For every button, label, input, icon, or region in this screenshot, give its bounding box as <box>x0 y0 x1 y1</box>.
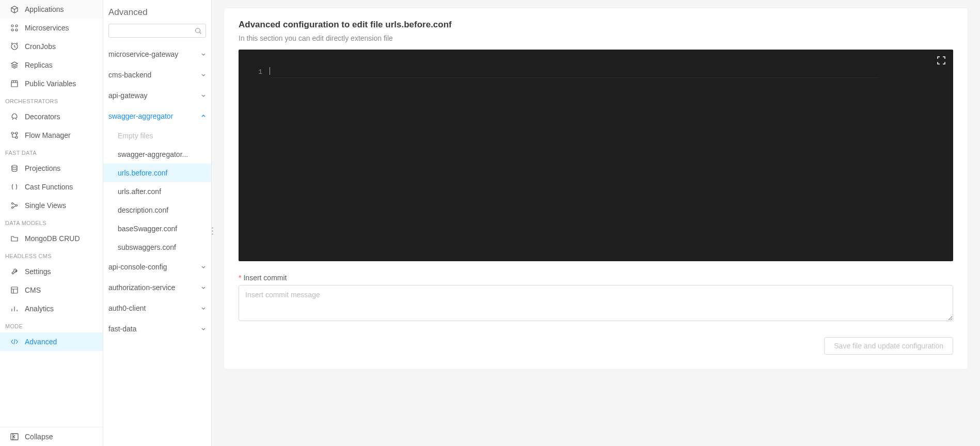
tree-item-label: swagger-aggregator <box>108 112 173 120</box>
collapse-button[interactable]: Collapse <box>0 427 103 446</box>
chevron-down-icon <box>201 264 206 269</box>
svg-point-9 <box>12 203 13 204</box>
svg-point-2 <box>11 29 13 31</box>
box-icon <box>10 5 19 13</box>
svg-point-0 <box>11 25 13 27</box>
chevron-up-icon <box>201 114 206 119</box>
tree-item-microservice-gateway[interactable]: microservice-gateway <box>108 44 206 65</box>
section-header: HEADLESS CMS <box>0 248 103 262</box>
tree-item-api-gateway[interactable]: api-gateway <box>108 85 206 106</box>
tree-file-subswaggers[interactable]: subswaggers.conf <box>108 238 206 257</box>
tree-file-empty-files: Empty files <box>108 126 206 145</box>
chevron-down-icon <box>201 93 206 98</box>
code-editor[interactable]: 1 <box>239 50 953 261</box>
svg-point-10 <box>12 207 13 209</box>
nav-item-applications[interactable]: Applications <box>0 0 103 19</box>
nav-item-replicas[interactable]: Replicas <box>0 56 103 74</box>
editor-cursor <box>270 67 270 75</box>
save-button[interactable]: Save file and update configuration <box>824 337 953 355</box>
nav-item-label: Applications <box>25 5 64 13</box>
nav-item-label: Decorators <box>25 113 60 121</box>
nav-item-label: Advanced <box>25 338 57 346</box>
svg-point-6 <box>15 136 18 138</box>
chevron-down-icon <box>201 52 206 57</box>
chevron-down-icon <box>201 72 206 77</box>
svg-point-1 <box>15 25 18 27</box>
nav-item-microservices[interactable]: Microservices <box>0 19 103 37</box>
tree-item-authorization-service[interactable]: authorization-service <box>108 277 206 298</box>
bars-icon <box>10 305 19 313</box>
wrench-icon <box>10 267 19 276</box>
main-content: Advanced configuration to edit file urls… <box>212 0 980 446</box>
nav-item-flow-manager[interactable]: Flow Manager <box>0 126 103 145</box>
views-icon <box>10 201 19 210</box>
nav-item-cms[interactable]: CMS <box>0 281 103 299</box>
tree-item-label: fast-data <box>108 325 136 333</box>
page-title: Advanced configuration to edit file urls… <box>239 20 953 30</box>
layers-icon <box>10 61 19 69</box>
nav-item-cronjobs[interactable]: CronJobs <box>0 37 103 56</box>
nav-item-analytics[interactable]: Analytics <box>0 299 103 318</box>
code-icon <box>10 338 19 346</box>
chevron-down-icon <box>201 326 206 331</box>
commit-message-input[interactable] <box>239 285 953 321</box>
commit-label: *Insert commit <box>239 274 953 282</box>
secondary-sidebar-title: Advanced <box>103 0 211 24</box>
nav-item-label: CMS <box>25 286 41 294</box>
grid-icon <box>10 24 19 32</box>
tree-item-auth0-client[interactable]: auth0-client <box>108 298 206 318</box>
tree-item-swagger-aggregator[interactable]: swagger-aggregator <box>108 106 206 126</box>
nav-item-settings[interactable]: Settings <box>0 262 103 281</box>
nav-item-public-variables[interactable]: Public Variables <box>0 74 103 93</box>
section-header: ORCHESTRATORS <box>0 93 103 107</box>
nav-item-label: Replicas <box>25 61 53 69</box>
collapse-icon <box>10 433 19 441</box>
nav-item-single-views[interactable]: Single Views <box>0 196 103 215</box>
tree-file-description[interactable]: description.conf <box>108 201 206 219</box>
svg-point-3 <box>15 29 18 31</box>
tree-item-label: authorization-service <box>108 283 175 292</box>
nav-item-decorators[interactable]: Decorators <box>0 107 103 126</box>
nav-item-label: Public Variables <box>25 79 76 88</box>
tree-item-api-console-config[interactable]: api-console-config <box>108 257 206 277</box>
svg-rect-13 <box>11 434 18 440</box>
file-tree: microservice-gatewaycms-backendapi-gatew… <box>103 44 211 446</box>
tree-file-base-swagger[interactable]: baseSwagger.conf <box>108 219 206 238</box>
nav-item-advanced[interactable]: Advanced <box>0 332 103 351</box>
clock-icon <box>10 42 19 51</box>
nav-item-label: Projections <box>25 164 60 172</box>
fullscreen-icon[interactable] <box>937 56 946 65</box>
svg-point-11 <box>16 205 18 206</box>
section-header: DATA MODELS <box>0 215 103 229</box>
store-icon <box>10 79 19 88</box>
tree-file-swagger-aggregator-file[interactable]: swagger-aggregator... <box>108 145 206 164</box>
resize-handle[interactable] <box>212 227 213 235</box>
nav-item-projections[interactable]: Projections <box>0 159 103 178</box>
svg-point-7 <box>15 132 18 134</box>
chevron-down-icon <box>201 306 206 311</box>
chevron-down-icon <box>201 285 206 290</box>
section-header: MODE <box>0 318 103 332</box>
nav-item-mongodb-crud[interactable]: MongoDB CRUD <box>0 229 103 248</box>
editor-code[interactable] <box>270 67 886 261</box>
nav-item-label: CronJobs <box>25 42 56 51</box>
svg-rect-12 <box>11 287 18 293</box>
primary-sidebar: ApplicationsMicroservicesCronJobsReplica… <box>0 0 103 446</box>
tree-file-urls-before[interactable]: urls.before.conf <box>103 164 211 182</box>
nav-item-label: Microservices <box>25 24 69 32</box>
section-header: FAST DATA <box>0 145 103 159</box>
nav-item-label: Single Views <box>25 201 66 210</box>
tree-item-fast-data[interactable]: fast-data <box>108 318 206 339</box>
tree-item-label: api-console-config <box>108 263 167 271</box>
editor-gutter: 1 <box>239 67 270 261</box>
db-icon <box>10 164 19 172</box>
tree-item-label: api-gateway <box>108 91 148 100</box>
svg-point-8 <box>12 165 17 167</box>
flow-icon <box>10 131 19 139</box>
search-input[interactable] <box>108 24 206 38</box>
folder-icon <box>10 234 19 243</box>
tree-file-urls-after[interactable]: urls.after.conf <box>108 182 206 201</box>
tree-item-cms-backend[interactable]: cms-backend <box>108 65 206 85</box>
collapse-label: Collapse <box>25 433 53 441</box>
nav-item-cast-functions[interactable]: Cast Functions <box>0 178 103 196</box>
